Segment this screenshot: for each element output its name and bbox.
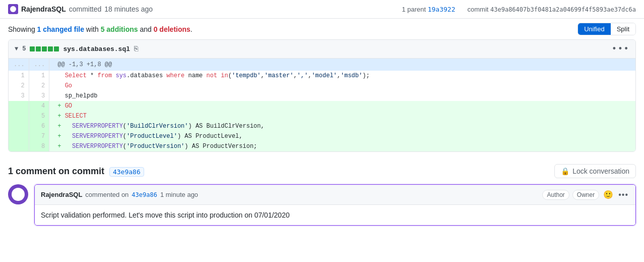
diff-line-1: 1 1 Select * from sys.databases where na… — [9, 71, 635, 81]
line-content-8: + SERVERPROPERTY('ProductVersion') AS Pr… — [49, 141, 635, 151]
lock-conversation-button[interactable]: 🔒 Lock conversation — [554, 164, 636, 178]
commenter-avatar-inner — [12, 188, 25, 201]
comment-header-row: 1 comment on commit 43e9a86 🔒 Lock conve… — [8, 164, 636, 178]
files-summary: Showing 1 changed file with 5 additions … — [8, 25, 192, 33]
more-actions-button[interactable]: ••• — [617, 189, 629, 200]
comment-card: RajendraSQL commented on 43e9a86 1 minut… — [34, 184, 636, 226]
comment-card-header: RajendraSQL commented on 43e9a86 1 minut… — [35, 185, 635, 205]
emoji-button[interactable]: 🙂 — [602, 189, 614, 200]
commenter-name[interactable]: RajendraSQL — [41, 191, 82, 198]
copy-filename-icon[interactable]: ⎘ — [134, 45, 138, 53]
line-content-1: Select * from sys.databases where name n… — [49, 71, 635, 81]
commit-action: committed — [69, 5, 102, 13]
comment-meta: RajendraSQL commented on 43e9a86 1 minut… — [41, 191, 198, 198]
split-button[interactable]: Split — [611, 23, 635, 35]
new-num-4: 4 — [29, 101, 49, 111]
comment-section: 1 comment on commit 43e9a86 🔒 Lock conve… — [0, 160, 644, 234]
parent-info: 1 parent 19a3922 — [402, 6, 455, 13]
diff-line-6: 6 + SERVERPROPERTY('BuildClrVersion') AS… — [9, 121, 635, 131]
commit-info-label: commit 43e9a86407b3f0481a2a04699f4f5893a… — [468, 6, 636, 13]
new-num-1: 1 — [29, 71, 49, 81]
author-avatar — [8, 4, 18, 14]
line-content-6: + SERVERPROPERTY('BuildClrVersion') AS B… — [49, 121, 635, 131]
new-num-5: 5 — [29, 111, 49, 121]
commit-author[interactable]: RajendraSQL — [21, 5, 66, 13]
additions-count: 5 additions — [101, 25, 138, 33]
commenter-avatar — [8, 184, 28, 204]
old-num-3: 3 — [9, 91, 29, 101]
diff-container: ▼ 5 sys.databases.sql ⎘ ••• ... ... @@ -… — [8, 39, 636, 152]
files-bar: Showing 1 changed file with 5 additions … — [0, 19, 644, 39]
owner-badge[interactable]: Owner — [572, 190, 599, 200]
hunk-old-num: ... — [9, 59, 29, 71]
diff-line-2: 2 2 Go — [9, 81, 635, 91]
line-content-4: + GO — [49, 101, 635, 111]
old-num-1: 1 — [9, 71, 29, 81]
new-num-7: 7 — [29, 131, 49, 141]
commit-hash-badge[interactable]: 43e9a86 — [109, 167, 144, 177]
deletions-count: 0 deletions — [154, 25, 190, 33]
lock-icon: 🔒 — [561, 167, 569, 175]
line-content-3: sp_helpdb — [49, 91, 635, 101]
new-num-8: 8 — [29, 141, 49, 151]
line-content-2: Go — [49, 81, 635, 91]
view-toggle: Unified Split — [577, 23, 636, 35]
diff-filename: sys.databases.sql — [63, 45, 130, 53]
diff-file-header: ▼ 5 sys.databases.sql ⎘ ••• — [9, 40, 635, 59]
commit-header-left: RajendraSQL committed 18 minutes ago — [8, 4, 153, 14]
diff-toggle-icon[interactable]: ▼ — [15, 45, 18, 53]
diff-line-8: 8 + SERVERPROPERTY('ProductVersion') AS … — [9, 141, 635, 151]
old-num-2: 2 — [9, 81, 29, 91]
comment-box: RajendraSQL commented on 43e9a86 1 minut… — [8, 184, 636, 226]
comment-count-label: 1 comment on commit — [8, 166, 104, 176]
author-badge[interactable]: Author — [542, 190, 569, 200]
comment-count-area: 1 comment on commit 43e9a86 — [8, 166, 144, 177]
new-num-3: 3 — [29, 91, 49, 101]
old-num-5 — [9, 111, 29, 121]
commit-header: RajendraSQL committed 18 minutes ago 1 p… — [0, 0, 644, 19]
comment-actions: Author Owner 🙂 ••• — [542, 189, 629, 200]
lock-label: Lock conversation — [572, 167, 629, 175]
line-content-7: + SERVERPROPERTY('ProductLevel') AS Prod… — [49, 131, 635, 141]
comment-action: commented on — [85, 191, 128, 198]
diff-table: ... ... @@ -1,3 +1,8 @@ 1 1 Select * fro… — [9, 59, 635, 151]
hunk-header: @@ -1,3 +1,8 @@ — [49, 59, 635, 71]
commit-time: 18 minutes ago — [104, 5, 153, 13]
comment-time: 1 minute ago — [160, 191, 198, 198]
new-num-6: 6 — [29, 121, 49, 131]
diff-line-5: 5 + SELECT — [9, 111, 635, 121]
comment-body: Script validation performed. Let's move … — [35, 205, 635, 225]
line-content-5: + SELECT — [49, 111, 635, 121]
old-num-6 — [9, 121, 29, 131]
diff-additions-bar — [30, 46, 59, 51]
diff-count: 5 — [22, 45, 26, 53]
old-num-8 — [9, 141, 29, 151]
diff-line-3: 3 3 sp_helpdb — [9, 91, 635, 101]
diff-more-icon[interactable]: ••• — [612, 44, 629, 54]
unified-button[interactable]: Unified — [578, 23, 610, 35]
diff-line-7: 7 + SERVERPROPERTY('ProductLevel') AS Pr… — [9, 131, 635, 141]
old-num-7 — [9, 131, 29, 141]
hunk-row: ... ... @@ -1,3 +1,8 @@ — [9, 59, 635, 71]
old-num-4 — [9, 101, 29, 111]
diff-file-header-left: ▼ 5 sys.databases.sql ⎘ — [15, 45, 138, 53]
diff-line-4: 4 + GO — [9, 101, 635, 111]
comment-commit-ref[interactable]: 43e9a86 — [132, 191, 157, 198]
commit-info: 1 parent 19a3922 commit 43e9a86407b3f048… — [402, 6, 636, 13]
new-num-2: 2 — [29, 81, 49, 91]
hunk-new-num: ... — [29, 59, 49, 71]
changed-count[interactable]: 1 changed file — [37, 25, 84, 33]
